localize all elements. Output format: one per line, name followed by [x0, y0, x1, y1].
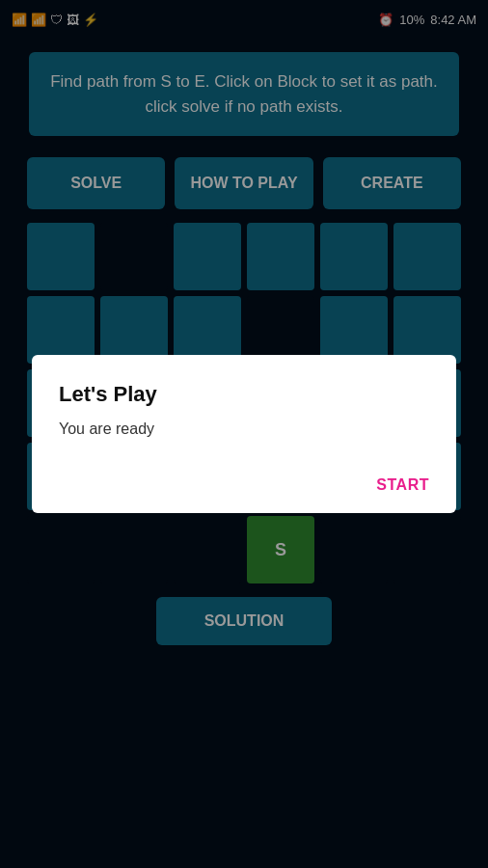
dialog-box: Let's Play You are ready START: [32, 355, 456, 513]
dialog-body: You are ready: [59, 420, 429, 438]
dialog-actions: START: [59, 476, 429, 494]
dialog-overlay: Let's Play You are ready START: [0, 0, 488, 868]
dialog-title: Let's Play: [59, 382, 429, 407]
dialog-start-button[interactable]: START: [376, 476, 429, 494]
